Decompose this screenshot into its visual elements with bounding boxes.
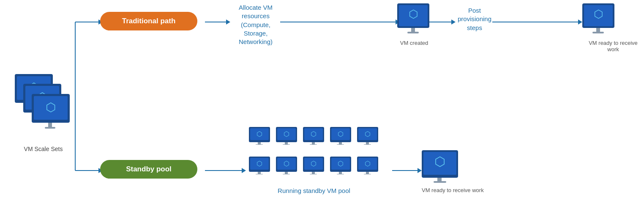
svg-rect-97 — [434, 181, 446, 183]
vm-scale-sets-group: ⬡ ⬡ ⬡ VM Scale Sets — [8, 72, 78, 152]
svg-rect-36 — [411, 28, 415, 32]
traditional-path-label: Traditional path — [100, 12, 197, 30]
svg-text:⬡: ⬡ — [311, 130, 317, 138]
allocate-resources-label: Allocate VM resources (Compute, Storage,… — [230, 3, 281, 46]
svg-rect-87 — [337, 174, 344, 174]
vm-created-group: ⬡ VM created — [397, 3, 431, 46]
svg-rect-32 — [45, 127, 55, 129]
svg-text:⬡: ⬡ — [338, 160, 344, 167]
svg-marker-11 — [451, 19, 456, 25]
svg-rect-47 — [256, 144, 263, 145]
standby-monitor-4: ⬡ — [328, 127, 354, 154]
svg-rect-91 — [366, 172, 369, 174]
svg-rect-66 — [366, 142, 369, 144]
svg-text:⬡: ⬡ — [311, 160, 317, 167]
svg-rect-61 — [339, 142, 342, 144]
running-standby-pool-label: Running standby VM pool — [247, 187, 381, 194]
standby-pool-pill: Standby pool — [100, 160, 197, 179]
svg-marker-15 — [242, 168, 246, 173]
standby-monitor-2: ⬡ — [274, 127, 300, 154]
standby-monitor-8: ⬡ — [301, 157, 327, 184]
standby-pool-label: Standby pool — [100, 160, 197, 179]
svg-marker-17 — [418, 168, 422, 173]
svg-rect-76 — [285, 172, 288, 174]
svg-rect-67 — [364, 144, 371, 145]
svg-rect-71 — [258, 172, 261, 174]
svg-rect-96 — [437, 178, 442, 181]
standby-monitor-6: ⬡ — [247, 157, 273, 184]
svg-rect-62 — [337, 144, 344, 145]
svg-rect-82 — [310, 174, 317, 174]
svg-rect-56 — [312, 142, 315, 144]
svg-marker-7 — [226, 19, 230, 25]
standby-monitor-7: ⬡ — [274, 157, 300, 184]
standby-monitor-1: ⬡ — [247, 127, 273, 154]
svg-text:⬡: ⬡ — [284, 160, 289, 167]
svg-text:⬡: ⬡ — [594, 8, 603, 20]
svg-rect-51 — [285, 142, 288, 144]
vm-created-label: VM created — [397, 40, 431, 46]
svg-marker-13 — [578, 19, 582, 25]
standby-monitor-3: ⬡ — [301, 127, 327, 154]
svg-text:⬡: ⬡ — [46, 101, 56, 114]
svg-text:⬡: ⬡ — [257, 160, 262, 167]
svg-rect-46 — [258, 142, 261, 144]
vm-created-icon: ⬡ — [397, 3, 431, 37]
svg-rect-86 — [339, 172, 342, 174]
vm-ready-bottom-group: ⬡ VM ready to receive work — [422, 150, 484, 193]
post-provisioning-label: Postprovisioningsteps — [456, 6, 494, 32]
vm-ready-bottom-icon: ⬡ — [422, 150, 460, 184]
svg-rect-41 — [596, 28, 600, 32]
svg-rect-77 — [283, 174, 290, 174]
standby-monitor-5: ⬡ — [355, 127, 381, 154]
vm-scale-sets-label: VM Scale Sets — [8, 146, 78, 152]
diagram: { "title": "VM Scale Set Provisioning Di… — [0, 0, 644, 223]
svg-text:⬡: ⬡ — [338, 130, 344, 138]
standby-monitor-10: ⬡ — [355, 157, 381, 184]
svg-text:⬡: ⬡ — [257, 130, 262, 138]
svg-rect-57 — [310, 144, 317, 145]
vm-scale-sets-icon: ⬡ ⬡ ⬡ — [8, 72, 78, 142]
svg-rect-31 — [48, 123, 52, 127]
vm-ready-bottom-label: VM ready to receive work — [422, 187, 484, 193]
svg-rect-42 — [592, 32, 604, 33]
svg-rect-37 — [407, 32, 419, 33]
vm-ready-top-group: ⬡ VM ready to receive work — [582, 3, 644, 52]
svg-rect-81 — [312, 172, 315, 174]
svg-text:⬡: ⬡ — [409, 8, 418, 20]
svg-text:⬡: ⬡ — [434, 154, 445, 168]
svg-text:⬡: ⬡ — [365, 130, 371, 138]
vm-ready-top-label: VM ready to receive work — [582, 40, 644, 52]
svg-text:⬡: ⬡ — [365, 160, 371, 167]
standby-pool-monitors: ⬡ ⬡ ⬡ ⬡ ⬡ ⬡ ⬡ ⬡ ⬡ ⬡ Running standby VM p… — [247, 127, 381, 194]
standby-monitor-9: ⬡ — [328, 157, 354, 184]
svg-rect-92 — [364, 174, 371, 174]
traditional-path-pill: Traditional path — [100, 12, 197, 30]
svg-text:⬡: ⬡ — [284, 130, 289, 138]
vm-ready-top-icon: ⬡ — [582, 3, 616, 37]
svg-rect-72 — [256, 174, 263, 174]
svg-rect-52 — [283, 144, 290, 145]
